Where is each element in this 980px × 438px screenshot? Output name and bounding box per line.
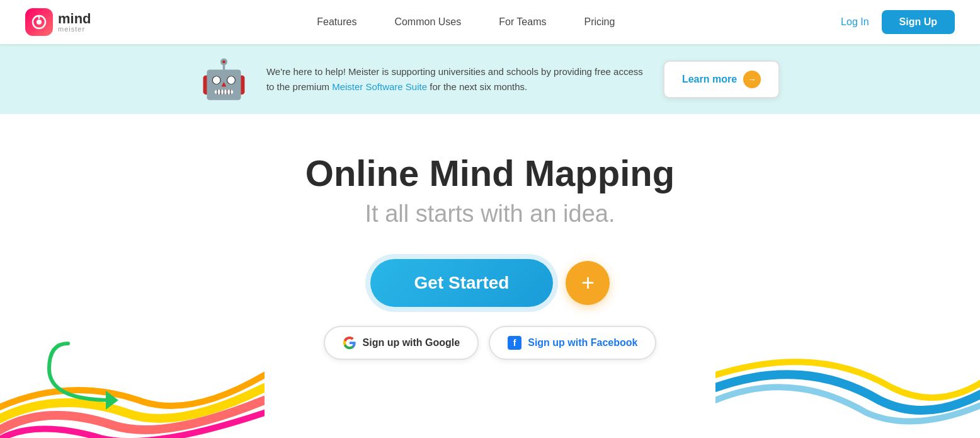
get-started-button[interactable]: Get Started bbox=[370, 259, 554, 307]
announcement-banner: 🤖 We're here to help! Meister is support… bbox=[0, 44, 980, 114]
cta-area: Get Started + Sign up with Google f Sign… bbox=[25, 259, 955, 360]
hero-title: Online Mind Mapping bbox=[25, 152, 955, 194]
logo-icon bbox=[25, 8, 53, 36]
hero-subtitle: It all starts with an idea. bbox=[25, 200, 955, 228]
facebook-icon: f bbox=[508, 336, 521, 350]
learn-more-button[interactable]: Learn more → bbox=[663, 61, 780, 98]
facebook-signup-button[interactable]: f Sign up with Facebook bbox=[489, 326, 656, 360]
hero-section: Online Mind Mapping It all starts with a… bbox=[0, 114, 980, 385]
banner-message: We're here to help! Meister is supportin… bbox=[266, 64, 644, 95]
nav-links: Features Common Uses For Teams Pricing bbox=[317, 16, 615, 28]
arrow-right-icon: → bbox=[743, 71, 761, 88]
svg-marker-3 bbox=[106, 391, 118, 410]
svg-point-1 bbox=[37, 20, 42, 25]
nav-link-common-uses[interactable]: Common Uses bbox=[394, 16, 461, 28]
google-signup-button[interactable]: Sign up with Google bbox=[324, 326, 479, 360]
logo[interactable]: mind meister bbox=[25, 8, 91, 36]
social-buttons: Sign up with Google f Sign up with Faceb… bbox=[324, 326, 657, 360]
meister-suite-link[interactable]: Meister Software Suite bbox=[332, 81, 427, 92]
nav-actions: Log In Sign Up bbox=[841, 10, 955, 34]
google-icon bbox=[343, 336, 356, 350]
login-button[interactable]: Log In bbox=[841, 16, 869, 28]
get-started-wrapper: Get Started + bbox=[370, 259, 610, 307]
plus-icon: + bbox=[566, 261, 610, 305]
robot-icon: 🤖 bbox=[200, 57, 248, 101]
signup-button[interactable]: Sign Up bbox=[882, 10, 955, 34]
nav-link-pricing[interactable]: Pricing bbox=[584, 16, 615, 28]
nav-link-for-teams[interactable]: For Teams bbox=[499, 16, 546, 28]
logo-text: mind meister bbox=[58, 12, 91, 33]
nav-link-features[interactable]: Features bbox=[317, 16, 356, 28]
navbar: mind meister Features Common Uses For Te… bbox=[0, 0, 980, 44]
